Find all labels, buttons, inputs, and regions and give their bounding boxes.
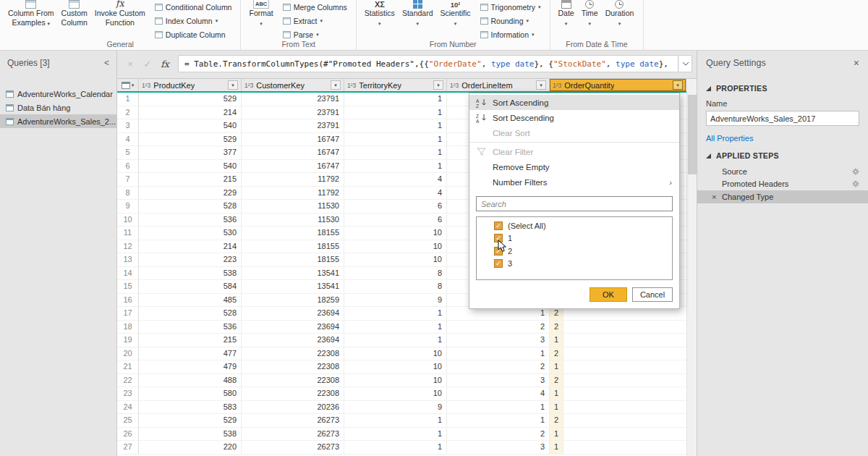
cell-productkey[interactable]: 538 xyxy=(139,428,242,441)
invoke-custom-function-button[interactable]: ƒx Invoke Custom Function xyxy=(91,0,149,27)
cell-territorykey[interactable]: 1 xyxy=(344,321,447,334)
cell-productkey[interactable]: 529 xyxy=(139,414,242,427)
cell-productkey[interactable]: 528 xyxy=(139,200,242,213)
expand-formula-bar-button[interactable] xyxy=(678,55,692,72)
cell-territorykey[interactable]: 10 xyxy=(344,387,447,400)
cell-territorykey[interactable]: 1 xyxy=(344,160,447,173)
cell-productkey[interactable]: 583 xyxy=(139,401,242,414)
rounding-button[interactable]: Rounding ▾ xyxy=(477,14,544,28)
column-from-examples-button[interactable]: Column From Examples ▾ xyxy=(4,0,58,28)
cell-productkey[interactable]: 377 xyxy=(139,146,242,159)
cell-territorykey[interactable]: 6 xyxy=(344,214,447,227)
cell-productkey[interactable]: 529 xyxy=(139,93,242,106)
vertical-scrollbar[interactable] xyxy=(686,79,697,456)
query-item-data-ban-hang[interactable]: Data Bán hàng xyxy=(0,101,116,114)
row-number[interactable]: 4 xyxy=(117,133,139,146)
query-item-adventureworks-calendar[interactable]: AdventureWorks_Calendar xyxy=(0,87,116,101)
cell-productkey[interactable]: 223 xyxy=(139,253,242,266)
cell-orderquantity[interactable]: 2 xyxy=(550,321,563,334)
cell-customerkey[interactable]: 13541 xyxy=(242,267,344,280)
filter-search-box[interactable] xyxy=(476,196,673,211)
cell-customerkey[interactable]: 11530 xyxy=(242,200,344,213)
applied-step-source[interactable]: Source xyxy=(697,165,868,178)
cell-customerkey[interactable]: 22308 xyxy=(242,374,344,387)
cell-orderlineitem[interactable]: 3 xyxy=(447,334,550,347)
cell-orderlineitem[interactable]: 2 xyxy=(447,428,550,441)
conditional-column-button[interactable]: Conditional Column xyxy=(152,0,235,14)
row-number[interactable]: 14 xyxy=(117,267,139,280)
cell-productkey[interactable]: 540 xyxy=(139,160,242,173)
select-all-corner-button[interactable]: ▾ xyxy=(117,79,139,91)
filter-value-3[interactable]: ✓ 3 xyxy=(477,258,672,271)
menu-item-sort-ascending[interactable]: AZ Sort Ascending xyxy=(469,95,679,110)
cell-productkey[interactable]: 580 xyxy=(139,387,242,400)
cell-customerkey[interactable]: 18155 xyxy=(242,253,344,266)
filter-button[interactable]: ▾ xyxy=(536,80,546,90)
cell-orderquantity[interactable]: 1 xyxy=(550,401,563,414)
cell-territorykey[interactable]: 10 xyxy=(344,240,447,253)
column-header-orderquantity[interactable]: 1²3 OrderQuantity ▾ xyxy=(550,79,686,91)
cell-orderquantity[interactable]: 1 xyxy=(550,360,563,373)
cell-productkey[interactable]: 540 xyxy=(139,119,242,132)
cell-territorykey[interactable]: 4 xyxy=(344,173,447,186)
row-number[interactable]: 15 xyxy=(117,280,139,293)
cell-productkey[interactable]: 479 xyxy=(139,360,242,373)
custom-column-button[interactable]: Custom Column xyxy=(58,0,91,27)
collapse-panel-icon[interactable]: < xyxy=(104,58,109,68)
cell-customerkey[interactable]: 26273 xyxy=(242,428,344,441)
row-number[interactable]: 21 xyxy=(117,360,139,373)
cell-territorykey[interactable]: 9 xyxy=(344,294,447,307)
row-number[interactable]: 23 xyxy=(117,387,139,400)
row-number[interactable]: 1 xyxy=(117,93,139,106)
row-number[interactable]: 7 xyxy=(117,173,139,186)
menu-item-sort-descending[interactable]: ZA Sort Descending xyxy=(469,110,679,125)
row-number[interactable]: 18 xyxy=(117,321,139,334)
merge-columns-button[interactable]: Merge Columns xyxy=(280,0,350,14)
cell-productkey[interactable]: 538 xyxy=(139,267,242,280)
cell-customerkey[interactable]: 11530 xyxy=(242,214,344,227)
cell-territorykey[interactable]: 1 xyxy=(344,334,447,347)
delete-step-icon[interactable]: × xyxy=(712,193,716,201)
cell-productkey[interactable]: 530 xyxy=(139,227,242,240)
cell-orderquantity[interactable]: 2 xyxy=(550,347,563,360)
cell-orderlineitem[interactable]: 1 xyxy=(447,401,550,414)
applied-step-promoted-headers[interactable]: Promoted Headers xyxy=(697,178,868,191)
row-number[interactable]: 25 xyxy=(117,414,139,427)
row-number[interactable]: 17 xyxy=(117,307,139,320)
column-header-orderlineitem[interactable]: 1²3 OrderLineItem ▾ xyxy=(447,79,550,91)
cell-productkey[interactable]: 536 xyxy=(139,321,242,334)
cell-customerkey[interactable]: 26273 xyxy=(242,441,344,454)
filter-button[interactable]: ▾ xyxy=(673,80,683,90)
row-number[interactable]: 16 xyxy=(117,294,139,307)
cell-customerkey[interactable]: 18155 xyxy=(242,240,344,253)
cell-territorykey[interactable]: 1 xyxy=(344,307,447,320)
row-number[interactable]: 8 xyxy=(117,187,139,200)
cell-orderlineitem[interactable]: 1 xyxy=(447,347,550,360)
cell-customerkey[interactable]: 23791 xyxy=(242,106,344,119)
cell-customerkey[interactable]: 16747 xyxy=(242,133,344,146)
cell-customerkey[interactable]: 23694 xyxy=(242,334,344,347)
index-column-button[interactable]: Index Column ▾ xyxy=(152,14,235,28)
date-button[interactable]: Date ▾ xyxy=(555,0,578,28)
cell-productkey[interactable]: 584 xyxy=(139,280,242,293)
all-properties-link[interactable]: All Properties xyxy=(697,134,868,143)
time-button[interactable]: Time ▾ xyxy=(578,0,602,28)
checkbox-checked-icon[interactable]: ✓ xyxy=(494,259,503,268)
cell-territorykey[interactable]: 10 xyxy=(344,227,447,240)
filter-button[interactable]: ▾ xyxy=(433,80,443,90)
menu-item-remove-empty[interactable]: Remove Empty xyxy=(469,159,679,174)
cell-territorykey[interactable]: 1 xyxy=(344,414,447,427)
cell-territorykey[interactable]: 8 xyxy=(344,280,447,293)
cell-orderlineitem[interactable]: 3 xyxy=(447,374,550,387)
column-header-customerkey[interactable]: 1²3 CustomerKey ▾ xyxy=(242,79,344,91)
cell-orderquantity[interactable]: 2 xyxy=(550,414,563,427)
cell-territorykey[interactable]: 4 xyxy=(344,187,447,200)
cell-territorykey[interactable]: 6 xyxy=(344,200,447,213)
cell-territorykey[interactable]: 1 xyxy=(344,428,447,441)
filter-button[interactable]: ▾ xyxy=(228,80,238,90)
cell-orderlineitem[interactable]: 2 xyxy=(447,360,550,373)
menu-item-number-filters[interactable]: Number Filters › xyxy=(469,174,679,190)
cell-orderlineitem[interactable]: 3 xyxy=(447,441,550,454)
duration-button[interactable]: Duration ▾ xyxy=(602,0,638,28)
cell-orderquantity[interactable]: 1 xyxy=(550,334,563,347)
